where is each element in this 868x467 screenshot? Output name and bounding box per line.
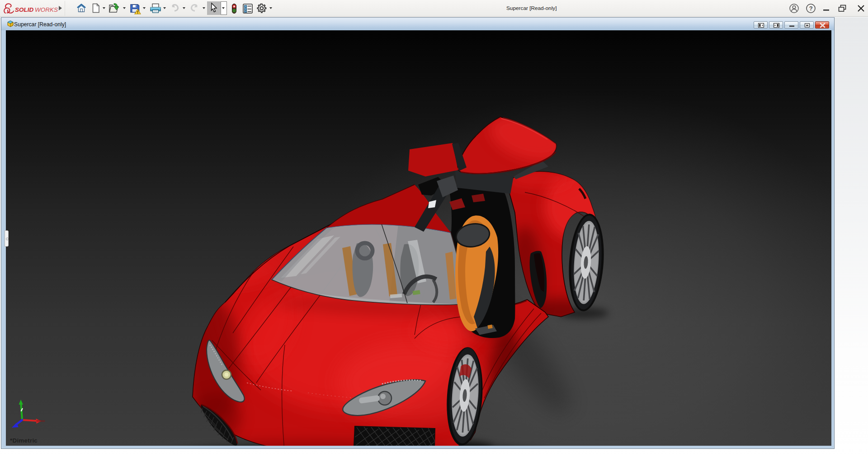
svg-text:?: ?	[809, 5, 813, 12]
svg-text:WORKS: WORKS	[35, 6, 58, 13]
svg-text:SOLID: SOLID	[15, 6, 34, 13]
